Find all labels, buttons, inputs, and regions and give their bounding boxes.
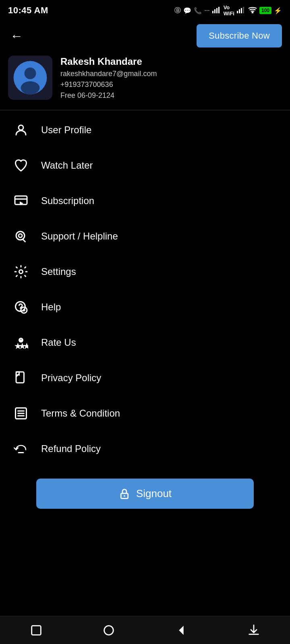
rate-us-label: Rate Us	[41, 337, 76, 348]
svg-rect-6	[241, 8, 242, 13]
svg-text:★★★: ★★★	[16, 343, 28, 349]
svg-marker-34	[179, 625, 183, 635]
nav-download-button[interactable]	[244, 620, 264, 640]
charging-icon: ⚡	[274, 7, 282, 14]
svg-point-33	[104, 625, 114, 635]
user-section: Rakesh Khandare rakeshkhandare7@gmail.co…	[0, 52, 290, 108]
settings-label: Settings	[41, 266, 76, 277]
subscription-label: Subscription	[41, 195, 94, 206]
main-content: ← Subscribe Now Rakesh Khandare rakeshkh…	[0, 20, 290, 549]
nav-back-button[interactable]	[171, 620, 191, 640]
b-icon: Ⓑ	[174, 6, 181, 15]
square-icon	[29, 623, 43, 637]
subscription-icon	[12, 192, 30, 210]
refund-policy-label: Refund Policy	[41, 443, 101, 454]
svg-rect-3	[218, 7, 220, 13]
svg-rect-5	[239, 9, 240, 13]
svg-point-17	[16, 231, 25, 240]
support-helpline-label: Support / Helpline	[41, 231, 118, 242]
svg-rect-4	[237, 11, 238, 13]
call-icon: 📞	[194, 7, 202, 14]
svg-point-18	[19, 234, 22, 237]
chat-icon: 💬	[183, 7, 191, 14]
nav-home-button[interactable]	[99, 620, 119, 640]
svg-point-8	[252, 12, 253, 13]
menu-item-user-profile[interactable]: User Profile	[0, 112, 290, 148]
svg-rect-1	[214, 9, 215, 13]
menu-item-watch-later[interactable]: Watch Later	[0, 148, 290, 183]
wifi-icon	[248, 6, 257, 15]
avatar-image	[12, 60, 48, 96]
support-icon	[12, 227, 30, 245]
header: ← Subscribe Now	[0, 20, 290, 52]
signout-container: Signout	[0, 471, 290, 517]
status-time: 10:45 AM	[8, 5, 48, 16]
divider	[0, 110, 290, 110]
circle-icon	[102, 623, 116, 637]
watch-later-label: Watch Later	[41, 160, 93, 171]
menu-item-rate-us[interactable]: ★★★ Rate Us	[0, 325, 290, 360]
download-icon	[247, 623, 261, 637]
menu-item-settings[interactable]: Settings	[0, 254, 290, 289]
menu-item-help[interactable]: Help	[0, 289, 290, 325]
svg-point-19	[19, 270, 23, 274]
gear-icon	[12, 263, 30, 281]
person-icon	[12, 121, 30, 139]
svg-point-31	[124, 495, 125, 497]
user-info: Rakesh Khandare rakeshkhandare7@gmail.co…	[60, 56, 157, 100]
svg-point-23	[19, 338, 23, 343]
signal2-icon	[237, 6, 246, 15]
svg-rect-32	[32, 625, 41, 635]
menu-item-privacy-policy[interactable]: Privacy Policy	[0, 360, 290, 396]
menu-item-refund-policy[interactable]: Refund Policy	[0, 431, 290, 466]
menu-list: User Profile Watch Later Subscription	[0, 112, 290, 466]
bottom-nav	[0, 616, 290, 644]
battery-icon: 100	[259, 7, 271, 14]
svg-point-13	[19, 125, 23, 130]
status-icons: Ⓑ 💬 📞 ··· VoWiFi 100 ⚡	[174, 4, 282, 17]
user-phone: +919373700636	[60, 80, 157, 89]
back-button[interactable]: ←	[8, 27, 25, 44]
user-profile-label: User Profile	[41, 124, 91, 136]
menu-item-terms-condition[interactable]: Terms & Condition	[0, 396, 290, 431]
help-label: Help	[41, 301, 61, 313]
signout-button[interactable]: Signout	[36, 479, 254, 509]
svg-point-12	[21, 81, 40, 94]
status-bar: 10:45 AM Ⓑ 💬 📞 ··· VoWiFi 100 ⚡	[0, 0, 290, 20]
user-plan: Free 06-09-2124	[60, 91, 157, 100]
menu-item-subscription[interactable]: Subscription	[0, 183, 290, 219]
privacy-policy-label: Privacy Policy	[41, 372, 101, 384]
more-icon: ···	[204, 7, 209, 14]
menu-item-support-helpline[interactable]: Support / Helpline	[0, 219, 290, 254]
user-email: rakeshkhandare7@gmail.com	[60, 70, 157, 78]
svg-point-11	[25, 68, 36, 79]
user-name: Rakesh Khandare	[60, 56, 157, 67]
refund-icon	[12, 440, 30, 458]
terms-condition-label: Terms & Condition	[41, 408, 120, 419]
list-icon	[12, 405, 30, 422]
lock-icon	[118, 488, 130, 500]
svg-rect-0	[212, 11, 213, 13]
svg-rect-2	[216, 8, 218, 13]
signal-icon	[212, 6, 221, 15]
avatar	[8, 56, 52, 100]
svg-rect-7	[243, 7, 244, 13]
heart-icon	[12, 157, 30, 174]
nav-square-button[interactable]	[26, 620, 46, 640]
subscribe-button[interactable]: Subscribe Now	[197, 24, 282, 47]
svg-rect-25	[16, 372, 24, 383]
signout-label: Signout	[136, 487, 172, 500]
rate-icon: ★★★	[12, 334, 30, 351]
vo-wifi-icon: VoWiFi	[224, 4, 234, 17]
help-icon	[12, 298, 30, 316]
triangle-left-icon	[174, 623, 188, 637]
document-icon	[12, 369, 30, 387]
